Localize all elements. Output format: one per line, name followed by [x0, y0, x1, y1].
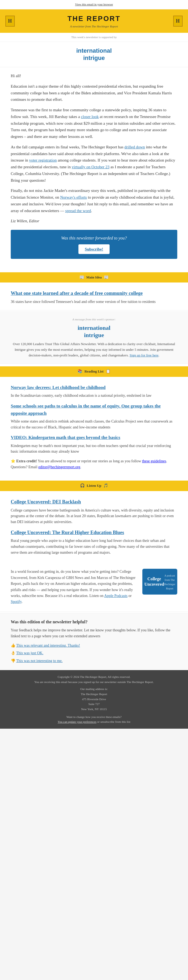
college-uncovered-title: CollegeUncovered: [144, 576, 164, 587]
sponsor-name: international intrigue: [3, 47, 185, 62]
college-uncovered-subtitle: A podcast from The Hechinger Report: [164, 574, 175, 591]
subscribe-question: Was this newsletter forwarded to you?: [16, 235, 172, 242]
listen-article-1-summary: College campuses have become battlegroun…: [11, 508, 177, 525]
listen-icon: 🎧: [80, 483, 85, 488]
sponsor-bar: This week's newsletter is supported by: [0, 33, 188, 42]
college-promo-section: In a world focused on getting in, do you…: [0, 563, 188, 610]
college-promo-text: In a world focused on getting in, do you…: [11, 569, 137, 605]
reading-article-1-summary: In the Scandinavian country, early child…: [11, 393, 177, 399]
listen-article-2-title: College Uncovered: The Rural Higher Educ…: [11, 529, 177, 536]
spotify-link[interactable]: Spotify: [11, 600, 22, 604]
listen-article-2-summary: Rural young people who aspire to a highe…: [11, 538, 177, 555]
newsletter-title: THE REPORT: [15, 13, 173, 24]
logo-left: H: [5, 16, 15, 27]
listen-label-text: Listen Up: [87, 483, 101, 488]
reading-list-block: Norway law decrees: Let childhood be chi…: [0, 380, 188, 478]
header-title-block: THE REPORT A newsletter from The Heching…: [15, 13, 173, 29]
virtually-link[interactable]: virtually on October 23: [72, 165, 109, 169]
sponsor-message-body: Over 120,000 Leaders Trust This Global A…: [11, 341, 177, 358]
subscribe-button[interactable]: Subscribe!: [78, 244, 110, 254]
feedback-options: 👍 This was relevant and interesting. Tha…: [11, 642, 177, 665]
feedback-option-3: 👎 This was not interesting to me.: [11, 657, 177, 665]
main-idea-label: 📰 Main Idea 📰: [0, 272, 188, 283]
main-idea-article-title: What one state learned after a decade of…: [11, 290, 177, 297]
feedback-section: Was this edition of the newsletter helpf…: [0, 613, 188, 670]
newsletter-subtitle: A newsletter from The Hechinger Report: [15, 24, 173, 29]
intro-section: Hi all! Education isn't a major theme of…: [11, 73, 177, 224]
feedback-option-1: 👍 This was relevant and interesting. Tha…: [11, 642, 177, 649]
feedback-emoji-2: 👌: [11, 651, 15, 655]
footer: Copyright © 2024 The Hechinger Report, A…: [0, 670, 188, 729]
listen-article-1-link[interactable]: College Uncovered: DEI Backlash: [11, 499, 81, 504]
logo-right: H: [173, 16, 183, 27]
footer-copyright: Copyright © 2024 The Hechinger Report, A…: [5, 675, 183, 679]
footer-note: You are receiving this email because you…: [5, 679, 183, 685]
intro-p2: Tennessee was the first to make free com…: [11, 107, 177, 140]
listen-block: College Uncovered: DEI Backlash College …: [0, 494, 188, 564]
sponsor-message-logo: international intrigue: [11, 325, 177, 339]
intro-p3: As the fall campaign enters its final we…: [11, 144, 177, 184]
apple-podcasts-link[interactable]: Apple Podcasts: [104, 594, 128, 598]
drilled-down-link[interactable]: drilled down: [124, 145, 145, 149]
listen-article-2-link[interactable]: College Uncovered: The Rural Higher Educ…: [11, 530, 124, 535]
feedback-title: Was this edition of the newsletter helpf…: [11, 619, 177, 625]
listen-article-1-title: College Uncovered: DEI Backlash: [11, 498, 177, 506]
reading-list-label-text: Reading List: [84, 369, 103, 374]
reading-article-1-link[interactable]: Norway law decrees: Let childhood be chi…: [11, 385, 106, 390]
closer-look-link[interactable]: closer look: [81, 115, 99, 119]
reading-article-3-summary: Kindergarten may be math's most importan…: [11, 443, 177, 455]
norway-link[interactable]: Norway's efforts: [60, 195, 87, 199]
main-idea-article: What one state learned after a decade of…: [0, 285, 188, 309]
main-idea-icon-left: 📰: [79, 274, 84, 280]
extra-credit-text: ⭐ Extra credit! You are allowed to repos…: [11, 458, 177, 470]
intro-p1: Education isn't a major theme of this hi…: [11, 83, 177, 103]
reading-article-1-title: Norway law decrees: Let childhood be chi…: [11, 384, 177, 391]
sponsor-signup-link[interactable]: Sign up for free here: [130, 353, 158, 357]
reading-list-icon-left: 📚: [77, 369, 82, 374]
author-signature: Liz Willen, Editor: [11, 218, 177, 224]
intro-p4: Finally, do not miss Jackie Mader's extr…: [11, 187, 177, 214]
reading-article-2-link[interactable]: Some schools see paths to calculus in th…: [11, 403, 161, 416]
feedback-link-1[interactable]: This was relevant and interesting. Thank…: [16, 643, 80, 648]
feedback-link-2[interactable]: This was just OK.: [16, 651, 43, 655]
listen-up-label: 🎧 Listen Up 🎵: [0, 480, 188, 491]
view-in-browser-link[interactable]: View this email in your browser: [75, 3, 113, 6]
subscribe-banner: Was this newsletter forwarded to you? Su…: [11, 230, 177, 259]
feedback-emoji-1: 👍: [11, 643, 15, 648]
main-idea-article-summary: 36 states have since followed Tennessee'…: [11, 299, 177, 305]
footer-preferences: Want to change how you receive these ema…: [5, 714, 183, 724]
reading-article-3-title: VIDEO: Kindergarten math that goes beyon…: [11, 434, 177, 441]
main-idea-icon-right: 📰: [104, 274, 109, 280]
reading-article-2-summary: While some states and districts rethink …: [11, 418, 177, 430]
reading-list-icon-right: 📋: [106, 369, 111, 374]
college-promo-image: CollegeUncovered A podcast from The Hech…: [142, 569, 177, 595]
feedback-link-3[interactable]: This was not interesting to me.: [16, 659, 63, 663]
update-preferences-link[interactable]: You can update your preferences: [58, 720, 96, 723]
footer-address: Our mailing address is: The Hechinger Re…: [5, 686, 183, 711]
top-bar: View this email in your browser: [0, 0, 188, 10]
sponsor-logo-section: international intrigue: [0, 42, 188, 67]
main-idea-article-link[interactable]: What one state learned after a decade of…: [11, 291, 142, 296]
listen-icon-right: 🎵: [103, 483, 108, 488]
reading-article-2-title: Some schools see paths to calculus in th…: [11, 402, 177, 417]
sponsor-message-section: A message from this week's sponsor: inte…: [0, 312, 188, 364]
feedback-emoji-3: 👎: [11, 659, 15, 663]
voter-registration-link[interactable]: voter registration: [29, 158, 57, 162]
main-content: Hi all! Education isn't a major theme of…: [0, 67, 188, 270]
feedback-option-2: 👌 This was just OK.: [11, 649, 177, 657]
reading-article-3-link[interactable]: VIDEO: Kindergarten math that goes beyon…: [11, 435, 120, 440]
sponsor-message-label: A message from this week's sponsor:: [11, 317, 177, 322]
guidelines-link[interactable]: these guidelines: [142, 459, 166, 463]
spread-word-link[interactable]: spread the word: [65, 208, 91, 213]
greeting: Hi all!: [11, 73, 177, 79]
reading-list-label: 📚 Reading List 📋: [0, 366, 188, 377]
editor-email-link[interactable]: editor@hechingerreport.org: [38, 465, 80, 469]
header: H THE REPORT A newsletter from The Hechi…: [0, 10, 188, 33]
main-idea-label-text: Main Idea: [86, 275, 101, 280]
feedback-body: Your feedback helps me improve the newsl…: [11, 627, 177, 639]
